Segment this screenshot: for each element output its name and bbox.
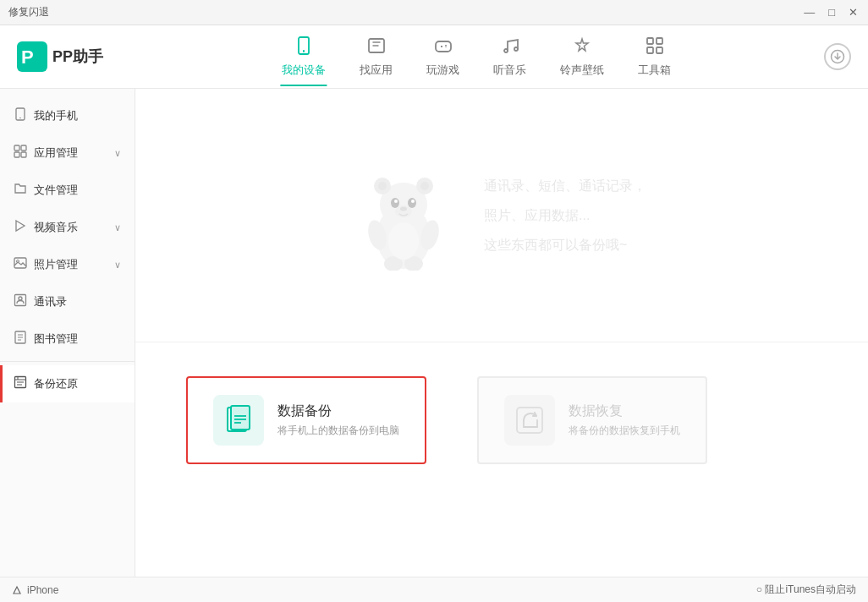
main-layout: 我的手机 应用管理 ∨ 文件管理 [0,89,868,577]
svg-marker-61 [14,587,20,594]
repair-flash-btn[interactable]: 修复闪退 [8,6,49,18]
svg-text:P: P [21,47,34,68]
svg-rect-13 [647,38,653,44]
sidebar-item-photo-manage[interactable]: 照片管理 ∨ [0,246,135,283]
svg-point-42 [378,182,387,190]
nav-label-play-game: 玩游戏 [426,63,459,78]
title-bar-left: 修复闪退 [8,5,49,19]
mascot-area: 通讯录、短信、通话记录， 照片、应用数据... 这些东西都可以备份哦~ [357,161,646,271]
download-button[interactable] [824,43,851,70]
books-icon [14,331,27,348]
nav-label-music: 听音乐 [493,63,526,78]
data-restore-text: 数据恢复 将备份的数据恢复到手机 [569,402,680,438]
nav-item-tools[interactable]: 工具箱 [621,29,688,85]
file-manage-icon [14,182,27,199]
svg-point-10 [445,47,446,48]
svg-point-45 [408,198,416,208]
mascot-text: 通讯录、短信、通话记录， 照片、应用数据... 这些东西都可以备份哦~ [484,171,646,260]
data-restore-title: 数据恢复 [569,402,680,420]
contacts-icon [14,293,27,310]
app-manage-icon [14,145,27,161]
maximize-btn[interactable]: □ [825,4,838,20]
video-music-icon [14,219,27,236]
minimize-btn[interactable]: — [800,4,818,20]
nav-icon-ringtone [572,36,592,59]
status-right: ○ 阻止iTunes自动启动 [756,583,856,597]
title-bar: 修复闪退 — □ ✕ [0,0,868,25]
books-label: 图书管理 [34,331,121,347]
sidebar-item-books[interactable]: 图书管理 [0,320,135,358]
nav-item-music[interactable]: 听音乐 [476,29,543,85]
mascot-text-line3: 这些东西都可以备份哦~ [484,230,646,260]
nav-item-my-device[interactable]: 我的设备 [265,29,343,85]
svg-point-19 [19,118,21,119]
itunes-status: ○ 阻止iTunes自动启动 [756,583,856,595]
svg-rect-14 [656,38,662,44]
svg-rect-23 [21,152,26,157]
nav-label-my-device: 我的设备 [282,63,326,78]
svg-point-4 [303,51,305,52]
nav-item-find-app[interactable]: 找应用 [343,29,409,85]
nav-item-ringtone[interactable]: 铃声壁纸 [543,29,621,85]
content-upper: 通讯录、短信、通话记录， 照片、应用数据... 这些东西都可以备份哦~ [135,89,868,342]
data-backup-card[interactable]: 数据备份 将手机上的数据备份到电脑 [186,376,426,464]
data-restore-subtitle: 将备份的数据恢复到手机 [569,424,680,438]
mascot-text-line2: 照片、应用数据... [484,200,646,230]
nav-icon-tools [645,36,665,59]
svg-point-54 [388,222,419,260]
video-music-chevron: ∨ [114,222,121,233]
logo-text: PP助手 [52,47,103,67]
backup-restore-label: 备份还原 [34,376,121,391]
svg-point-47 [411,200,415,203]
content-area: 通讯录、短信、通话记录， 照片、应用数据... 这些东西都可以备份哦~ [135,89,868,577]
app-manage-chevron: ∨ [114,148,121,159]
data-backup-subtitle: 将手机上的数据备份到电脑 [277,424,399,438]
nav-icon-my-device [294,36,314,59]
photo-manage-chevron: ∨ [114,260,121,271]
svg-rect-21 [21,145,26,150]
mascot-illustration [357,161,450,271]
nav-icon-play-game [433,36,453,59]
my-phone-label: 我的手机 [34,108,121,123]
sidebar-item-backup-restore[interactable]: 备份还原 [0,365,135,402]
svg-rect-6 [436,41,451,52]
svg-point-43 [420,182,429,190]
svg-rect-20 [14,145,19,150]
nav-label-ringtone: 铃声壁纸 [560,63,604,78]
sidebar-item-my-phone[interactable]: 我的手机 [0,97,135,134]
svg-rect-56 [231,406,250,430]
status-left: iPhone [12,584,58,596]
svg-marker-24 [16,221,25,231]
svg-point-49 [400,206,407,211]
backup-restore-icon [14,375,27,392]
photo-manage-label: 照片管理 [34,257,107,272]
nav-icon-find-app [366,36,387,59]
logo: P PP助手 [17,41,103,72]
mascot-text-line1: 通讯录、短信、通话记录， [484,171,646,200]
svg-rect-15 [647,47,653,53]
svg-point-11 [504,49,508,52]
data-restore-card[interactable]: 数据恢复 将备份的数据恢复到手机 [477,376,707,464]
sidebar-item-app-manage[interactable]: 应用管理 ∨ [0,134,135,172]
sidebar-item-file-manage[interactable]: 文件管理 [0,172,135,209]
data-restore-icon [504,395,555,446]
nav-items: 我的设备 找应用 [129,29,824,85]
device-icon [12,585,22,595]
svg-point-46 [394,200,398,203]
data-backup-text: 数据备份 将手机上的数据备份到电脑 [277,402,399,438]
app-manage-label: 应用管理 [34,145,107,161]
pp-logo-icon: P [17,41,47,72]
nav-item-play-game[interactable]: 玩游戏 [409,29,476,85]
svg-rect-16 [656,47,662,53]
header: P PP助手 我的设备 找应用 [0,25,868,89]
sidebar-item-video-music[interactable]: 视频音乐 ∨ [0,209,135,246]
photo-manage-icon [14,256,27,273]
content-lower: 数据备份 将手机上的数据备份到电脑 数据恢复 将备份的数据恢复到手机 [135,342,868,498]
sidebar-item-contacts[interactable]: 通讯录 [0,283,135,320]
nav-icon-music [500,36,520,59]
nav-label-tools: 工具箱 [638,63,671,78]
header-right [824,43,851,70]
svg-point-28 [19,297,22,300]
close-btn[interactable]: ✕ [845,4,861,20]
svg-point-44 [391,198,399,208]
